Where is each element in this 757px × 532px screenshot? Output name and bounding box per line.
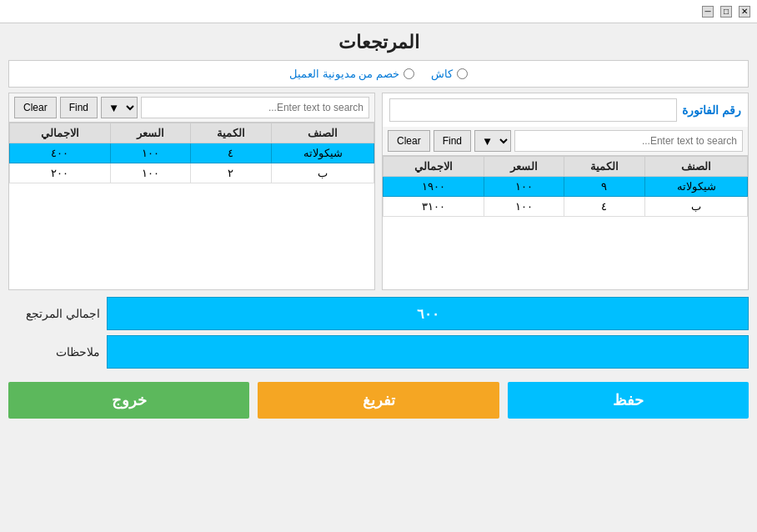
discount-radio[interactable] — [404, 68, 414, 79]
cell-qty: ٢ — [190, 163, 272, 183]
right-col-price: السعر — [484, 157, 564, 177]
cell-item: شيكولاته — [272, 143, 374, 163]
invoice-label: رقم الفاتورة — [682, 103, 741, 117]
left-col-price: السعر — [110, 123, 190, 143]
save-button[interactable]: حفظ — [508, 382, 749, 419]
cash-radio-label[interactable]: كاش — [431, 68, 468, 80]
notes-row: ملاحظات — [8, 335, 749, 369]
left-col-item: الصنف — [272, 123, 374, 143]
footer-buttons: حفظ تفريغ خروج — [0, 375, 757, 419]
invoice-search-row: رقم الفاتورة — [383, 93, 748, 127]
cell-item: ب — [272, 163, 374, 183]
cell-item: ب — [645, 197, 748, 217]
cell-price: ١٠٠ — [484, 177, 564, 197]
payment-type-row: كاش خصم من مديونية العميل — [8, 60, 749, 88]
cell-price: ١٠٠ — [110, 163, 190, 183]
cash-label: كاش — [431, 68, 453, 80]
cell-item: شيكولاته — [645, 177, 748, 197]
table-row[interactable]: شيكولاته ٩ ١٠٠ ١٩٠٠ — [384, 177, 748, 197]
titlebar: ✕ □ ─ — [0, 0, 757, 23]
left-panel: Clear Find ▼ الصنف الكمية السعر الاجمالي — [8, 93, 375, 290]
minimize-button[interactable]: ─ — [702, 6, 714, 18]
left-filter-dropdown[interactable]: ▼ — [101, 97, 138, 118]
notes-input[interactable] — [107, 335, 749, 369]
close-button[interactable]: ✕ — [739, 6, 750, 18]
cell-total: ١٩٠٠ — [384, 177, 484, 197]
right-filter-dropdown[interactable]: ▼ — [474, 130, 511, 152]
cell-price: ١٠٠ — [484, 197, 564, 217]
total-value-box: ٦٠٠ — [107, 297, 749, 330]
table-row[interactable]: شيكولاته ٤ ١٠٠ ٤٠٠ — [10, 143, 374, 163]
right-col-qty: الكمية — [564, 157, 645, 177]
notes-label: ملاحظات — [8, 345, 100, 359]
right-table: الصنف الكمية السعر الاجمالي شيكولاته ٩ ١… — [383, 156, 748, 217]
discount-radio-label[interactable]: خصم من مديونية العميل — [289, 68, 414, 80]
left-table-container: الصنف الكمية السعر الاجمالي شيكولاته ٤ ١… — [9, 123, 374, 256]
cell-qty: ٤ — [564, 197, 645, 217]
table-row[interactable]: ب ٤ ١٠٠ ٣١٠٠ — [384, 197, 748, 217]
left-toolbar: Clear Find ▼ — [9, 93, 374, 123]
cell-price: ١٠٠ — [110, 143, 190, 163]
bottom-section: ٦٠٠ اجمالي المرتجع ملاحظات — [0, 290, 757, 375]
left-clear-button[interactable]: Clear — [14, 97, 57, 118]
cell-total: ٤٠٠ — [10, 143, 111, 163]
invoice-number-input[interactable] — [389, 98, 677, 122]
cell-total: ٣١٠٠ — [384, 197, 484, 217]
left-table: الصنف الكمية السعر الاجمالي شيكولاته ٤ ١… — [9, 123, 374, 183]
page-title: المرتجعات — [0, 23, 757, 60]
left-search-input[interactable] — [141, 97, 369, 118]
discount-label: خصم من مديونية العميل — [289, 68, 399, 80]
left-col-total: الاجمالي — [10, 123, 111, 143]
total-label: اجمالي المرتجع — [8, 307, 100, 320]
right-find-button[interactable]: Find — [434, 130, 471, 152]
cash-radio[interactable] — [457, 68, 468, 79]
discharge-button[interactable]: تفريغ — [258, 382, 499, 419]
right-table-container: الصنف الكمية السعر الاجمالي شيكولاته ٩ ١… — [383, 156, 748, 289]
panels-container: Clear Find ▼ الصنف الكمية السعر الاجمالي — [0, 93, 757, 290]
cell-qty: ٤ — [190, 143, 272, 163]
right-toolbar: Clear Find ▼ — [383, 127, 748, 156]
right-search-input[interactable] — [514, 130, 743, 152]
total-row: ٦٠٠ اجمالي المرتجع — [8, 297, 749, 330]
cell-total: ٢٠٠ — [10, 163, 111, 183]
restore-button[interactable]: □ — [720, 6, 732, 18]
right-panel: رقم الفاتورة Clear Find ▼ الصنف الكمية ا… — [382, 93, 749, 290]
cell-qty: ٩ — [564, 177, 645, 197]
left-find-button[interactable]: Find — [60, 97, 98, 118]
right-clear-button[interactable]: Clear — [388, 130, 430, 152]
right-col-item: الصنف — [645, 157, 748, 177]
table-row[interactable]: ب ٢ ١٠٠ ٢٠٠ — [10, 163, 374, 183]
left-col-qty: الكمية — [190, 123, 272, 143]
right-col-total: الاجمالي — [384, 157, 484, 177]
exit-button[interactable]: خروج — [8, 382, 249, 419]
